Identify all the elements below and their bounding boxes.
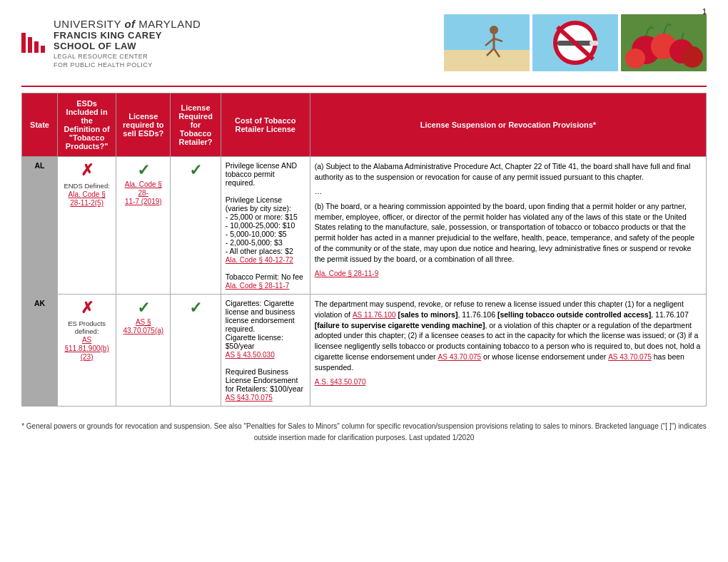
table-row-ak: AK ✗ ES Products defined: AS §11.81.900(… [22,295,707,407]
rev-ak-link2[interactable]: AS 43.70.075 [438,353,482,361]
col-header-license-required: License Required for Tobacco Retailer? [171,93,221,157]
university-name: UNIVERSITY of MARYLAND [54,18,201,30]
cost-ak-link2[interactable]: AS §43.70.075 [226,394,273,402]
svg-point-17 [625,48,645,68]
table-header-row: State ESDs Included in the Definition of… [22,93,707,157]
state-al: AL [22,157,58,295]
col-header-esds: ESDs Included in the Definition of"Tobac… [58,93,116,157]
license-required-al: ✓ [171,157,221,295]
esds-ak-link[interactable]: AS §11.81.900(b)(23) [64,336,108,361]
page: 1 UNIVERSITY of MARYLAND FRANCIS KING CA… [0,0,728,465]
logo-text: UNIVERSITY of MARYLAND FRANCIS KING CARE… [54,18,201,68]
check-icon-al-sell: ✓ [121,161,166,180]
table-row-al: AL ✗ ENDS Defined: Ala. Code § 28-11-2(5… [22,157,707,295]
logo-section: UNIVERSITY of MARYLAND FRANCIS KING CARE… [21,18,201,68]
school-name-line2: SCHOOL OF LAW [54,41,201,51]
license-sell-ak-link[interactable]: AS §43.70.075(a) [123,318,163,334]
cost-al: Privilege license AND tobacco permit req… [221,157,310,295]
logo-bar-3 [34,41,39,53]
header-image-3 [621,14,707,71]
cost-al-link1[interactable]: Ala. Code § 40-12-72 [226,256,293,264]
sub-line1: LEGAL RESOURCE CENTER [54,53,201,60]
col-header-cost: Cost of Tobacco Retailer License [221,93,310,157]
check-icon-ak-required: ✓ [175,299,216,317]
header-images [444,14,707,71]
rev-ak-link1[interactable]: AS 11.76.100 [353,311,396,319]
esds-ak-label: ES Products defined: [62,320,111,335]
svg-point-18 [682,46,703,68]
esds-al: ✗ ENDS Defined: Ala. Code § 28-11-2(5) [58,157,116,295]
check-icon-ak-sell: ✓ [121,299,166,317]
cost-ak: Cigarettes: Cigarette license and busine… [221,295,310,407]
svg-rect-1 [444,50,530,71]
revocation-al-link[interactable]: Ala. Code § 28-11-9 [315,270,379,277]
revocation-ak: The department may suspend, revoke, or r… [310,295,706,407]
header-image-2 [532,14,618,71]
esds-al-link[interactable]: Ala. Code § 28-11-2(5) [68,190,105,207]
rev-ak-link4[interactable]: A.S. §43.50.070 [315,378,366,386]
sub-line2: FOR PUBLIC HEALTH POLICY [54,61,201,68]
svg-rect-11 [590,41,598,46]
revocation-al: (a) Subject to the Alabama Administrativ… [310,157,706,295]
col-header-revocation: License Suspension or Revocation Provisi… [310,93,706,157]
esds-ak: ✗ ES Products defined: AS §11.81.900(b)(… [58,295,116,407]
logo-bar-2 [28,37,32,53]
license-required-ak: ✓ [171,295,221,407]
esds-al-label: ENDS Defined: [62,182,111,190]
main-table: State ESDs Included in the Definition of… [21,93,707,407]
cross-icon-al-esds: ✗ [62,161,111,180]
footer-note: * General powers or grounds for revocati… [21,421,707,444]
logo-bars-icon [21,33,45,53]
logo-bar-4 [41,46,45,53]
license-sell-al-link[interactable]: Ala. Code § 28-11-7 (2019) [125,180,162,205]
cost-al-link2[interactable]: Ala. Code § 28-11-7 [226,282,290,290]
header-image-1 [444,14,530,71]
header: UNIVERSITY of MARYLAND FRANCIS KING CARE… [21,14,707,71]
state-ak: AK [22,295,58,407]
school-name-line1: FRANCIS KING CAREY [54,30,201,41]
svg-point-2 [490,26,498,34]
col-header-license-sell: License required to sell ESDs? [116,93,171,157]
col-header-state: State [22,93,58,157]
cross-icon-ak-esds: ✗ [62,299,111,317]
license-sell-ak: ✓ AS §43.70.075(a) [116,295,171,407]
rev-ak-link3[interactable]: AS 43.70.075 [608,353,652,361]
license-sell-al: ✓ Ala. Code § 28-11-7 (2019) [116,157,171,295]
check-icon-al-required: ✓ [175,161,216,180]
cost-ak-link1[interactable]: AS § 43.50.030 [226,351,275,359]
logo-bar-1 [21,33,26,53]
header-divider [21,86,707,87]
